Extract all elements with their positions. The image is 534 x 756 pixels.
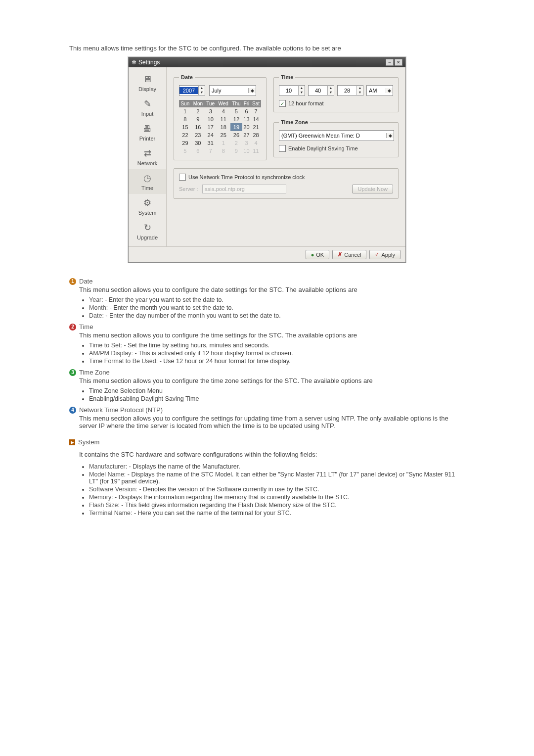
number-badge: 1 bbox=[69, 278, 76, 285]
month-select[interactable]: ◆ bbox=[209, 85, 256, 96]
list-item: Terminal Name: - Here you can set the na… bbox=[89, 510, 465, 517]
display-icon: 🖥 bbox=[140, 73, 154, 85]
date-legend: Date bbox=[179, 74, 195, 80]
sidebar-item-input[interactable]: ✎ Input bbox=[129, 95, 166, 120]
ntp-checkbox[interactable]: Use Network Time Protocol to synchronize… bbox=[179, 174, 393, 181]
list-item-text: - This field gives information regarding… bbox=[120, 502, 337, 509]
block-title: Time bbox=[79, 323, 93, 331]
format-checkbox[interactable]: ✓ 12 hour format bbox=[279, 100, 393, 107]
block-title: Time Zone bbox=[79, 369, 110, 376]
year-down[interactable]: ▼ bbox=[199, 91, 205, 95]
year-up[interactable]: ▲ bbox=[199, 86, 205, 91]
cal-dow: Mon bbox=[191, 100, 205, 107]
year-spinner[interactable]: ▲▼ bbox=[179, 85, 205, 96]
timezone-select[interactable]: ◆ bbox=[279, 130, 394, 141]
list-item-label: Flash Size: bbox=[89, 502, 120, 509]
list-item-label: Memory: bbox=[89, 494, 113, 501]
timezone-input[interactable] bbox=[279, 133, 386, 139]
sidebar-item-network[interactable]: ⇄ Network bbox=[129, 144, 166, 169]
list-item-label: Software Version: bbox=[89, 486, 137, 493]
list-item-text: Time Zone Selection Menu bbox=[89, 387, 163, 394]
ampm-select[interactable]: ◆ bbox=[366, 85, 393, 96]
apply-button[interactable]: ✓ Apply bbox=[369, 250, 400, 259]
block-list: Time Zone Selection MenuEnabling/disabli… bbox=[89, 387, 465, 402]
sidebar-item-printer[interactable]: 🖶 Printer bbox=[129, 120, 166, 144]
sidebar-item-system[interactable]: ⚙ System bbox=[129, 194, 166, 219]
sidebar-item-time[interactable]: ◷ Time bbox=[129, 169, 166, 194]
block-title: Network Time Protocol (NTP) bbox=[79, 406, 163, 414]
list-item-text: - Displays the name of the STC Model. It… bbox=[89, 471, 455, 485]
update-now-button: Update Now bbox=[352, 185, 393, 193]
close-icon: ✗ bbox=[338, 251, 342, 258]
second-up[interactable]: ▲ bbox=[357, 86, 363, 91]
numbered-block-network-time-protocol-ntp-: 4Network Time Protocol (NTP)This menu se… bbox=[69, 406, 465, 429]
minimize-button[interactable]: – bbox=[386, 59, 394, 66]
date-group: Date ▲▼ ◆ bbox=[174, 74, 267, 160]
second-spinner[interactable]: ▲▼ bbox=[337, 85, 363, 96]
hour-down[interactable]: ▼ bbox=[299, 91, 305, 95]
server-label: Server : bbox=[179, 186, 198, 192]
list-item-label: Model Name: bbox=[89, 471, 126, 478]
sidebar-item-label: Printer bbox=[139, 136, 155, 142]
upgrade-icon: ↻ bbox=[140, 222, 154, 234]
minute-up[interactable]: ▲ bbox=[328, 86, 334, 91]
cal-dow: Tue bbox=[205, 100, 217, 107]
system-desc: It contains the STC hardware and softwar… bbox=[79, 451, 465, 458]
minute-spinner[interactable]: ▲▼ bbox=[308, 85, 334, 96]
second-down[interactable]: ▼ bbox=[357, 91, 363, 95]
dst-checkbox[interactable]: Enable Daylight Saving Time bbox=[279, 145, 393, 152]
list-item: Flash Size: - This field gives informati… bbox=[89, 502, 465, 509]
dst-label: Enable Daylight Saving Time bbox=[288, 145, 358, 151]
list-item-text: Enabling/disabling Daylight Saving Time bbox=[89, 395, 199, 402]
number-badge: 4 bbox=[69, 407, 76, 414]
gear-icon: ✲ bbox=[132, 59, 136, 66]
chevron-down-icon[interactable]: ◆ bbox=[386, 88, 393, 93]
year-input[interactable] bbox=[179, 87, 198, 94]
hour-up[interactable]: ▲ bbox=[299, 86, 305, 91]
month-input[interactable] bbox=[210, 88, 248, 94]
cal-dow: Sun bbox=[179, 100, 191, 107]
list-item: Month: - Enter the month you want to set… bbox=[89, 304, 465, 311]
chevron-down-icon[interactable]: ◆ bbox=[386, 133, 394, 138]
hour-input[interactable] bbox=[279, 87, 298, 94]
time-group: Time ▲▼ ▲▼ bbox=[273, 74, 399, 112]
system-list: Manufacturer: - Displays the name of the… bbox=[89, 463, 465, 517]
list-item-label: Month: bbox=[89, 304, 108, 311]
settings-window: ✲ Settings – ✕ 🖥 Display ✎ Input 🖶 bbox=[128, 57, 406, 263]
calendar[interactable]: Sun Mon Tue Wed Thu Fri Sat 1234567 8910… bbox=[179, 100, 261, 155]
cancel-button[interactable]: ✗ Cancel bbox=[332, 250, 366, 259]
section-marker-icon: ▶ bbox=[69, 439, 75, 445]
number-badge: 2 bbox=[69, 324, 76, 331]
cancel-label: Cancel bbox=[344, 252, 361, 258]
timezone-group: Time Zone ◆ Enable Daylight Saving Time bbox=[273, 119, 399, 157]
block-list: Time to Set: - Set the time by setting h… bbox=[89, 342, 465, 365]
numbered-block-date: 1DateThis menu section allows you to con… bbox=[69, 278, 465, 319]
sidebar-item-upgrade[interactable]: ↻ Upgrade bbox=[129, 219, 166, 243]
ntp-label: Use Network Time Protocol to synchronize… bbox=[188, 174, 305, 180]
settings-content: Date ▲▼ ◆ bbox=[167, 67, 405, 246]
close-button[interactable]: ✕ bbox=[395, 59, 402, 66]
hour-spinner[interactable]: ▲▼ bbox=[279, 85, 305, 96]
cal-dow: Sat bbox=[251, 100, 261, 107]
block-title: Date bbox=[79, 278, 92, 285]
time-legend: Time bbox=[279, 74, 295, 80]
list-item-label: Year: bbox=[89, 296, 103, 303]
titlebar: ✲ Settings – ✕ bbox=[129, 57, 405, 67]
system-title: System bbox=[78, 438, 99, 446]
list-item: Model Name: - Displays the name of the S… bbox=[89, 471, 465, 485]
chevron-down-icon[interactable]: ◆ bbox=[248, 88, 256, 93]
ok-button[interactable]: ● OK bbox=[306, 250, 330, 259]
sidebar-item-display[interactable]: 🖥 Display bbox=[129, 70, 166, 95]
second-input[interactable] bbox=[338, 87, 356, 94]
format-label: 12 hour format bbox=[288, 100, 324, 106]
minute-down[interactable]: ▼ bbox=[328, 91, 334, 95]
checkbox-icon bbox=[179, 174, 186, 181]
input-icon: ✎ bbox=[140, 98, 154, 110]
ampm-input[interactable] bbox=[367, 88, 386, 94]
block-desc: This menu section allows you to configur… bbox=[79, 286, 465, 293]
clock-icon: ◷ bbox=[140, 172, 154, 184]
sidebar-item-label: Input bbox=[141, 111, 153, 117]
checkbox-icon bbox=[279, 145, 286, 152]
minute-input[interactable] bbox=[309, 87, 327, 94]
list-item-text: - Here you can set the name of the termi… bbox=[133, 510, 292, 517]
